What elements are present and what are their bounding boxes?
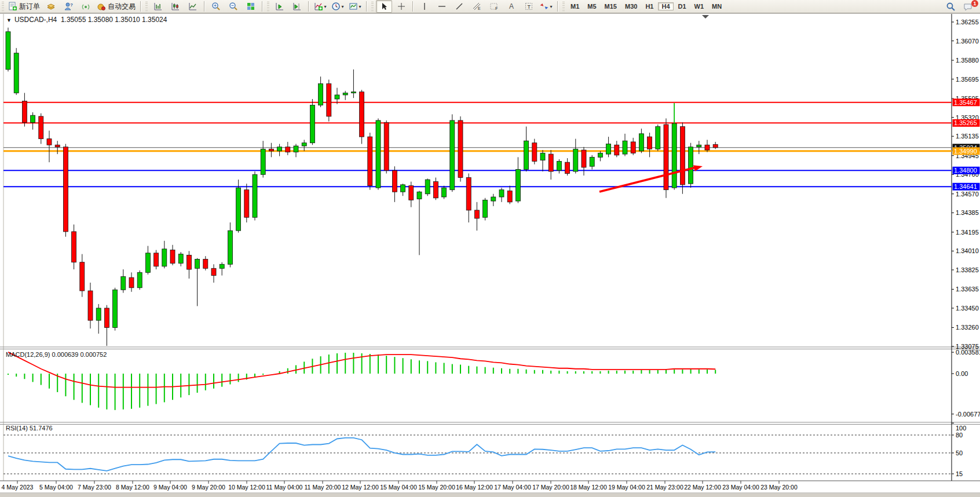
autotrading-label: 自动交易 <box>108 2 136 12</box>
shapes-arrows-icon <box>540 2 549 11</box>
candle <box>433 182 438 198</box>
candle <box>474 210 479 218</box>
vertical-line-button[interactable] <box>416 0 433 13</box>
profiles-button[interactable] <box>43 0 59 13</box>
candle <box>384 122 389 170</box>
chart-shift-button[interactable] <box>289 0 305 13</box>
timeframe-button-d1[interactable]: D1 <box>675 2 690 10</box>
periods-button[interactable]: ▾ <box>330 0 346 13</box>
timeframe-button-w1[interactable]: W1 <box>691 2 708 10</box>
crosshair-button[interactable] <box>393 0 409 13</box>
templates-button[interactable]: ▾ <box>347 0 363 13</box>
candle <box>524 141 529 169</box>
new-order-icon <box>8 2 17 11</box>
toolbar-grip[interactable] <box>562 2 565 11</box>
horizontal-line-button[interactable] <box>434 0 450 13</box>
zoom-out-button[interactable] <box>225 0 242 13</box>
price-axis-label: 1.34385 <box>956 209 979 216</box>
text-button[interactable]: A <box>503 0 520 13</box>
toolbar-separator <box>204 1 205 12</box>
candle <box>14 53 19 93</box>
autotrading-button[interactable]: 自动交易 <box>95 0 137 13</box>
toolbar-grip[interactable] <box>371 2 374 11</box>
candle <box>557 161 561 170</box>
candle <box>368 137 372 186</box>
toolbar-grip[interactable] <box>2 2 4 11</box>
timeframe-button-h1[interactable]: H1 <box>642 2 657 10</box>
candle <box>137 272 142 287</box>
tile-windows-button[interactable] <box>243 0 259 13</box>
rsi-indicator-label: RSI(14) 51.7476 <box>6 425 53 432</box>
candle <box>294 146 298 152</box>
candle <box>96 308 101 320</box>
candle <box>466 178 471 210</box>
search-button[interactable] <box>942 0 959 13</box>
toolbar-separator <box>262 1 263 12</box>
timeframe-button-mn[interactable]: MN <box>708 2 725 10</box>
grid-button[interactable]: F <box>486 0 502 13</box>
time-axis-label: 19 May 04:00 <box>608 484 645 491</box>
market-watch-button[interactable]: ? <box>60 0 76 13</box>
window-bottom-frame <box>0 494 980 497</box>
candle <box>697 145 701 147</box>
shapes-button[interactable]: ▾ <box>538 0 554 13</box>
toolbar-grip[interactable] <box>267 2 269 11</box>
timeframe-button-m1[interactable]: M1 <box>567 2 583 10</box>
zoom-in-button[interactable] <box>208 0 224 13</box>
candle <box>39 116 43 139</box>
candle <box>72 232 76 262</box>
timeframe-button-m15[interactable]: M15 <box>601 2 620 10</box>
candle <box>507 191 512 202</box>
candle <box>540 153 545 160</box>
chart-symbol: USDCAD-,H4 <box>14 16 57 24</box>
chat-button[interactable]: 1 <box>960 0 976 13</box>
line-chart-button[interactable] <box>185 0 201 13</box>
candle <box>401 185 405 192</box>
vertical-line-icon <box>420 2 429 11</box>
new-order-label: 新订单 <box>19 2 40 12</box>
toolbar-separator <box>366 1 367 12</box>
bar-chart-button[interactable] <box>150 0 166 13</box>
horizontal-line-icon <box>437 2 447 11</box>
templates-icon <box>349 2 358 11</box>
autotrading-icon <box>97 2 106 11</box>
time-axis-label: 15 May 20:00 <box>418 484 455 491</box>
svg-text:E: E <box>478 6 481 10</box>
candle <box>705 145 710 150</box>
candle <box>491 197 496 201</box>
toolbar-grip[interactable] <box>145 2 148 11</box>
candlestick-chart-button[interactable] <box>167 0 184 13</box>
candle <box>63 147 68 232</box>
new-order-button[interactable]: 新订单 <box>6 0 42 13</box>
trendline-button[interactable] <box>451 0 467 13</box>
auto-scroll-button[interactable] <box>272 0 288 13</box>
candle <box>121 276 126 290</box>
candle <box>6 32 10 70</box>
candle <box>47 139 52 145</box>
candle <box>286 147 290 152</box>
toolbar-right: 1 <box>942 0 977 13</box>
time-axis-label: 22 May 12:00 <box>684 484 721 491</box>
fibonacci-button[interactable]: E <box>469 0 485 13</box>
symbol-dropdown-icon[interactable]: ▼ <box>6 17 12 23</box>
candle <box>178 254 183 264</box>
profiles-icon <box>46 2 56 11</box>
time-axis-label: 18 May 12:00 <box>570 484 607 491</box>
signals-button[interactable] <box>78 0 94 13</box>
candle <box>55 145 60 147</box>
indicators-button[interactable]: ▾ <box>312 0 328 13</box>
candle <box>310 105 315 143</box>
timeframe-button-m5[interactable]: M5 <box>584 2 599 10</box>
chevron-down-icon: ▾ <box>550 4 552 9</box>
price-axis-label: 1.35135 <box>956 133 979 140</box>
candle <box>499 190 504 197</box>
cursor-button[interactable] <box>376 0 392 13</box>
price-axis-label: 1.35880 <box>956 57 979 64</box>
chevron-down-icon: ▾ <box>359 4 361 9</box>
timeframe-button-h4[interactable]: H4 <box>658 2 673 10</box>
candle <box>631 142 635 153</box>
rsi-axis-label: 15 <box>956 470 963 477</box>
search-icon <box>946 2 956 12</box>
timeframe-button-m30[interactable]: M30 <box>621 2 641 10</box>
label-button[interactable]: T <box>521 0 537 13</box>
